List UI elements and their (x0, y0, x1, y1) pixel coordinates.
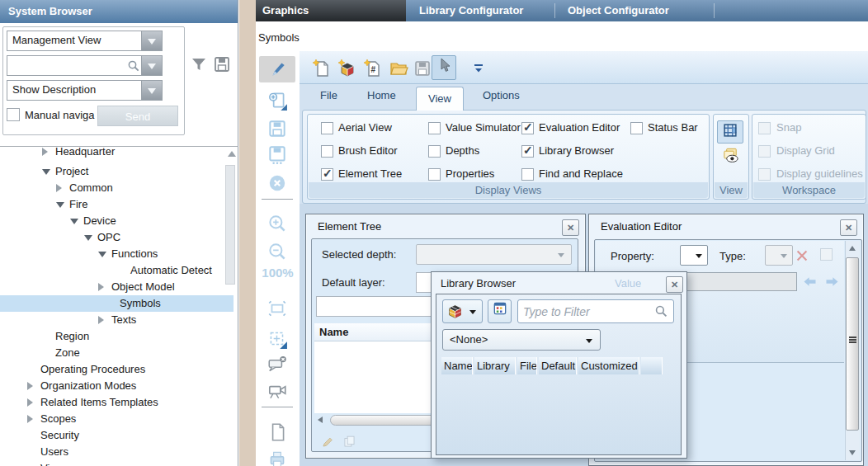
save-button[interactable] (259, 115, 295, 142)
scroll-left-icon[interactable] (318, 417, 323, 423)
new-template-button[interactable]: # (363, 59, 383, 81)
scroll-down-icon[interactable] (849, 450, 856, 455)
camera-button[interactable] (259, 377, 295, 403)
tab-object-configurator[interactable]: Object Configurator (568, 4, 669, 16)
zoom-in-button[interactable] (259, 210, 295, 237)
description-dropdown-button[interactable] (141, 81, 162, 100)
edit-element-icon[interactable] (320, 434, 336, 452)
tree-item-symbols[interactable]: Symbols (0, 295, 234, 312)
close-icon[interactable]: ✕ (666, 276, 683, 293)
new-page-button[interactable] (312, 59, 332, 81)
collapse-arrow-icon[interactable] (56, 202, 64, 208)
ribbon-tab-options[interactable]: Options (483, 89, 520, 101)
scroll-up-icon[interactable] (849, 246, 856, 251)
tree-item-scopes[interactable]: Scopes (0, 411, 234, 427)
select-area-button[interactable] (259, 326, 295, 352)
print-button[interactable] (259, 446, 295, 466)
library-combobox[interactable]: <None> (442, 329, 601, 351)
tree-item-device[interactable]: Device (0, 213, 234, 229)
tree-item-region[interactable]: Region (0, 328, 234, 345)
type-combobox[interactable] (765, 245, 793, 266)
close-circle-button[interactable] (259, 170, 295, 196)
tree-item-operating-procedures[interactable]: Operating Procedures (0, 361, 234, 378)
view-mode-button[interactable] (488, 299, 512, 323)
ribbon-tab-file[interactable]: File (320, 89, 337, 101)
checkbox-properties[interactable] (428, 168, 441, 181)
zoom-out-button[interactable] (259, 238, 295, 265)
manual-navigation-checkbox[interactable] (7, 108, 20, 121)
search-field[interactable] (7, 55, 163, 76)
add-page-button[interactable] (259, 87, 295, 114)
column-header-blank[interactable] (641, 357, 663, 374)
checkbox-status-bar[interactable] (630, 122, 643, 134)
expand-arrow-icon[interactable] (27, 415, 33, 423)
checkbox-depths[interactable] (428, 145, 441, 158)
value-field[interactable] (682, 272, 797, 291)
open-folder-button[interactable] (389, 59, 408, 81)
forward-arrow-icon[interactable] (823, 273, 841, 293)
tree-item-common[interactable]: Common (0, 180, 234, 196)
checkbox-library-browser[interactable] (521, 145, 534, 158)
collapse-arrow-icon[interactable] (42, 169, 50, 175)
description-selector-combobox[interactable]: Show Description (7, 80, 163, 101)
collapse-arrow-icon[interactable] (70, 219, 78, 224)
tree-item-related-items-templates[interactable]: Related Items Templates (0, 394, 234, 411)
evaluation-checkbox[interactable] (820, 248, 833, 261)
tree-item-organization-modes[interactable]: Organization Modes (0, 378, 234, 394)
new-object-button[interactable] (337, 59, 357, 81)
ribbon-tab-home[interactable]: Home (367, 89, 396, 101)
column-header-customized[interactable]: Customized (578, 357, 639, 374)
expand-arrow-icon[interactable] (98, 283, 104, 291)
tree-item-project[interactable]: Project (0, 163, 234, 180)
search-dropdown-button[interactable] (141, 56, 162, 75)
view-selector-combobox[interactable]: Management View (7, 31, 163, 51)
search-icon[interactable] (653, 304, 669, 322)
close-icon[interactable]: ✕ (840, 219, 857, 236)
tree-item-security[interactable]: Security (0, 427, 234, 444)
expand-arrow-icon[interactable] (27, 398, 33, 407)
pointer-tool-button[interactable] (432, 55, 456, 80)
tree-item-opc[interactable]: OPC (0, 229, 234, 246)
tree-item-headquarter[interactable]: Headquarter (0, 147, 234, 160)
tree-item-zone[interactable]: Zone (0, 345, 234, 361)
column-header-default[interactable]: Default (539, 357, 577, 374)
tab-library-configurator[interactable]: Library Configurator (419, 4, 523, 16)
collapse-arrow-icon[interactable] (84, 235, 92, 241)
filter-icon[interactable] (189, 54, 209, 77)
tree-scrollbar-thumb[interactable] (225, 165, 235, 285)
column-header-library[interactable]: Library (474, 357, 516, 374)
checkbox-display-grid[interactable] (758, 145, 771, 158)
save-disabled-button[interactable] (413, 59, 432, 81)
library-selector-button[interactable] (442, 299, 483, 323)
tree-item-users[interactable]: Users (0, 444, 234, 460)
close-icon[interactable]: ✕ (562, 219, 579, 236)
checkbox-snap[interactable] (758, 122, 771, 134)
checkbox-brush-editor[interactable] (321, 145, 333, 158)
back-arrow-icon[interactable] (801, 273, 818, 293)
edit-pen-button[interactable] (259, 56, 295, 82)
comment-remove-button[interactable] (259, 351, 295, 377)
scroll-up-icon[interactable] (228, 151, 236, 157)
collapse-arrow-icon[interactable] (98, 252, 106, 257)
search-icon[interactable] (126, 59, 141, 76)
grid-settings-button[interactable] (717, 120, 743, 144)
view-selector-dropdown-button[interactable] (141, 31, 162, 50)
vertical-scrollbar-thumb[interactable] (846, 257, 859, 431)
document-tab-symbols[interactable]: Symbols (258, 31, 300, 44)
filter-input[interactable] (521, 303, 645, 320)
save-as-button[interactable] (259, 142, 295, 168)
checkbox-evaluation-editor[interactable] (521, 122, 534, 134)
checkbox-display-guidelines[interactable] (758, 168, 771, 181)
tree-item-object-model[interactable]: Object Model (0, 279, 234, 295)
column-header-name[interactable]: Name (441, 357, 473, 374)
checkbox-aerial-view[interactable] (321, 122, 333, 134)
checkbox-value-simulator[interactable] (428, 122, 441, 134)
ribbon-tab-view[interactable]: View (416, 87, 464, 111)
new-document-button[interactable] (259, 419, 295, 445)
layer-visibility-button[interactable] (717, 146, 743, 169)
selected-depth-combobox[interactable] (416, 244, 572, 265)
copy-element-icon[interactable] (342, 434, 357, 452)
overflow-button[interactable] (469, 59, 488, 81)
property-combobox[interactable] (680, 245, 708, 266)
tree-item-fire[interactable]: Fire (0, 196, 234, 213)
